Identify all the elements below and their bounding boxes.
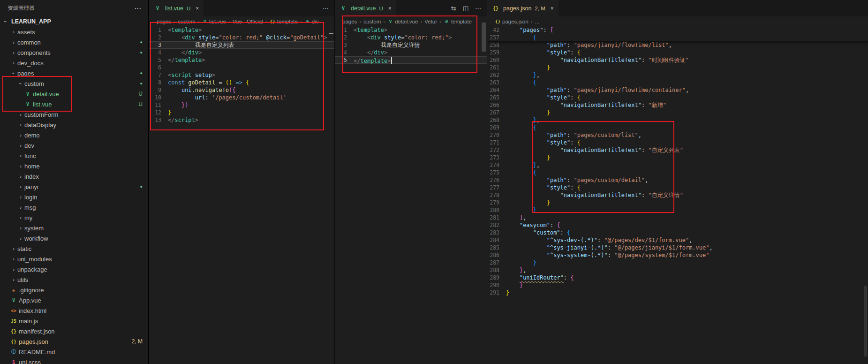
breadcrumb-item[interactable]: Vue - Official	[233, 19, 263, 24]
breadcrumb-item[interactable]: {}pages.json	[495, 19, 528, 24]
tree-folder-home[interactable]: ›home	[0, 161, 148, 171]
tab-list.vue[interactable]: Vlist.vueU×	[149, 0, 204, 16]
code-line-283[interactable]: 283 "custom": {	[487, 229, 868, 236]
code-line-4[interactable]: 4 </div>	[149, 49, 334, 56]
code-line-7[interactable]: 7<script setup>	[149, 71, 334, 79]
more-actions-icon[interactable]: ⋯	[475, 5, 481, 12]
code-line-2[interactable]: 2 <div style="color: red;">	[335, 34, 487, 41]
code-line-258[interactable]: 258 "path": "pages/jianyi/flowTime/list"…	[487, 41, 868, 49]
breadcrumb-item[interactable]: pages	[157, 19, 171, 24]
code-line-272[interactable]: 272 "navigationBarTitleText": "自定义列表"	[487, 146, 868, 154]
tree-file-App.vue[interactable]: VApp.vue	[0, 295, 148, 305]
code-line-274[interactable]: 274 },	[487, 161, 868, 169]
breadcrumb-item[interactable]: custom	[178, 19, 195, 24]
code-editor-detail-vue[interactable]: 1<template>2 <div style="color: red;">3 …	[335, 26, 487, 364]
code-line-5[interactable]: 5</template>	[149, 56, 334, 64]
tree-folder-workflow[interactable]: ›workflow	[0, 233, 148, 243]
code-line-263[interactable]: 263 {	[487, 79, 868, 86]
breadcrumb-item[interactable]: ...	[535, 19, 539, 24]
tree-file-detail.vue[interactable]: Vdetail.vueU	[0, 89, 148, 99]
tree-folder-dev_docs[interactable]: ›dev_docs	[0, 58, 148, 68]
code-line-1[interactable]: 1<template>	[149, 26, 334, 34]
code-line-9[interactable]: 9 uni.navigateTo({	[149, 86, 334, 94]
breadcrumb-item[interactable]: Vetur	[424, 19, 437, 24]
code-line-278[interactable]: 278 "navigationBarTitleText": "自定义详情"	[487, 191, 868, 199]
tree-file-uni.scss[interactable]: Suni.scss	[0, 357, 148, 364]
code-line-11[interactable]: 11 })	[149, 101, 334, 109]
tree-file-pages.json[interactable]: {}pages.json2, M	[0, 336, 148, 347]
tree-folder-func[interactable]: ›func	[0, 151, 148, 161]
code-line-287[interactable]: 287 }	[487, 259, 868, 266]
breadcrumb-item[interactable]: pages	[342, 19, 357, 24]
code-line-6[interactable]: 6	[149, 64, 334, 71]
code-line-13[interactable]: 13</script>	[149, 116, 334, 124]
code-line-288[interactable]: 288 },	[487, 266, 868, 274]
tab-detail.vue[interactable]: Vdetail.vueU×	[335, 0, 396, 16]
code-line-262[interactable]: 262 },	[487, 71, 868, 79]
tree-folder-system[interactable]: ›system	[0, 223, 148, 233]
code-line-1[interactable]: 1<template>	[335, 26, 487, 34]
code-line-267[interactable]: 267 }	[487, 109, 868, 116]
code-line-269[interactable]: 269 {	[487, 124, 868, 131]
code-line-279[interactable]: 279 }	[487, 199, 868, 206]
tree-file-.gitignore[interactable]: ◆.gitignore	[0, 285, 148, 295]
code-line-2[interactable]: 2 <div style="color: red;" @click="goDet…	[149, 34, 334, 41]
code-line-42[interactable]: 42 "pages": [	[487, 26, 868, 34]
code-line-290[interactable]: 290 }	[487, 281, 868, 289]
tree-folder-utils[interactable]: ›utils	[0, 274, 148, 285]
code-line-282[interactable]: 282 "easycom": {	[487, 221, 868, 229]
code-line-259[interactable]: 259 "style": {	[487, 49, 868, 56]
code-line-289[interactable]: 289 "uniIdRouter": {	[487, 274, 868, 281]
tree-folder-custom[interactable]: ›custom●	[0, 78, 148, 89]
code-line-281[interactable]: 281 ],	[487, 214, 868, 221]
tree-folder-components[interactable]: ›components●	[0, 47, 148, 58]
code-line-264[interactable]: 264 "path": "pages/jianyi/flowTime/conta…	[487, 86, 868, 94]
close-icon[interactable]: ×	[388, 5, 392, 12]
code-line-268[interactable]: 268 },	[487, 116, 868, 124]
tree-folder-msg[interactable]: ›msg	[0, 202, 148, 212]
code-line-12[interactable]: 12}	[149, 109, 334, 116]
tree-folder-index[interactable]: ›index	[0, 171, 148, 182]
code-line-266[interactable]: 266 "navigationBarTitleText": "新增"	[487, 101, 868, 109]
code-line-3[interactable]: 3 我是自定义列表	[149, 41, 334, 49]
breadcrumb-item[interactable]: ∅template	[444, 19, 472, 24]
tree-folder-jianyi[interactable]: ›jianyi●	[0, 182, 148, 192]
more-actions-icon[interactable]: ⋯	[323, 5, 329, 12]
tree-folder-dataDisplay[interactable]: ›dataDisplay	[0, 120, 148, 130]
code-line-273[interactable]: 273 }	[487, 154, 868, 161]
code-line-271[interactable]: 271 "style": {	[487, 139, 868, 146]
code-line-270[interactable]: 270 "path": "pages/custom/list",	[487, 131, 868, 139]
open-changes-icon[interactable]: ⇆	[451, 5, 456, 12]
code-line-286[interactable]: 286 "^sys-system-(.*)": "@/pages/system/…	[487, 251, 868, 259]
tree-folder-assets[interactable]: ›assets	[0, 27, 148, 37]
code-line-5[interactable]: 5</template>	[335, 56, 487, 64]
code-line-10[interactable]: 10 url: '/pages/custom/detail'	[149, 94, 334, 101]
code-line-4[interactable]: 4 </div>	[335, 49, 487, 56]
tree-folder-uni_modules[interactable]: ›uni_modules	[0, 254, 148, 264]
tab-pages.json[interactable]: {}pages.json2, M×	[487, 0, 559, 16]
scrollbar-thumb[interactable]	[482, 23, 486, 52]
breadcrumb-item[interactable]: Vlist.vue	[202, 19, 226, 24]
code-line-265[interactable]: 265 "style": {	[487, 94, 868, 101]
tree-folder-common[interactable]: ›common●	[0, 37, 148, 47]
tree-file-main.js[interactable]: JSmain.js	[0, 316, 148, 326]
code-line-8[interactable]: 8const goDetail = () => {	[149, 79, 334, 86]
tree-folder-pages[interactable]: ›pages●	[0, 68, 148, 78]
code-line-284[interactable]: 284 "^sys-dev-(.*)": "@/pages/dev/$1/for…	[487, 236, 868, 244]
code-line-277[interactable]: 277 "style": {	[487, 184, 868, 191]
breadcrumb-item[interactable]: ∅div	[304, 19, 319, 24]
tree-folder-demo[interactable]: ›demo	[0, 130, 148, 140]
code-line-285[interactable]: 285 "^sys-jianyi-(.*)": "@/pages/jianyi/…	[487, 244, 868, 251]
code-line-3[interactable]: 3 我是自定义详情	[335, 41, 487, 49]
tree-folder-my[interactable]: ›my	[0, 212, 148, 223]
close-icon[interactable]: ×	[196, 5, 199, 12]
tree-file-list.vue[interactable]: Vlist.vueU	[0, 99, 148, 109]
breadcrumb-item[interactable]: {}template	[270, 19, 298, 24]
code-line-261[interactable]: 261 }	[487, 64, 868, 71]
breadcrumb-item[interactable]: Vdetail.vue	[387, 19, 418, 24]
tree-file-manifest.json[interactable]: {}manifest.json	[0, 326, 148, 336]
code-editor-pages-json[interactable]: 42 "pages": [257 {258 "path": "pages/jia…	[487, 26, 868, 364]
code-line-257[interactable]: 257 {	[487, 34, 868, 41]
tree-folder-unpackage[interactable]: ›unpackage	[0, 264, 148, 274]
tree-folder-static[interactable]: ›static	[0, 243, 148, 254]
